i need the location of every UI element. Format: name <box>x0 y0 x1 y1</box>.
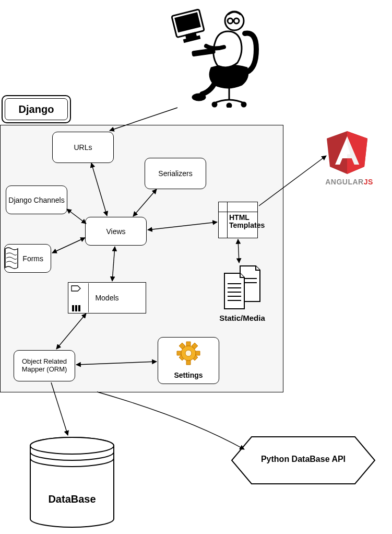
static-media-icon <box>219 264 261 311</box>
angular-suffix: JS <box>364 178 373 186</box>
svg-point-26 <box>234 18 239 24</box>
html-templates-line1: HTML <box>229 213 250 222</box>
settings-label: Settings <box>174 371 203 379</box>
svg-point-28 <box>193 94 205 100</box>
svg-point-25 <box>228 18 233 24</box>
database-label: DataBase <box>41 493 103 505</box>
user-at-computer-icon <box>167 0 271 108</box>
orm-label: Object Related Mapper (ORM) <box>16 358 73 374</box>
django-label-box: Django <box>2 95 71 123</box>
python-api-label: Python DataBase API <box>244 455 362 464</box>
svg-point-35 <box>30 437 114 454</box>
channels-box: Django Channels <box>6 185 67 214</box>
views-box: Views <box>85 217 147 246</box>
html-templates-box: HTML Templates <box>218 202 258 238</box>
svg-point-23 <box>242 102 246 107</box>
svg-point-22 <box>227 103 231 108</box>
svg-point-21 <box>212 102 217 107</box>
svg-rect-2 <box>72 305 74 311</box>
svg-rect-4 <box>78 305 80 311</box>
svg-rect-3 <box>75 305 77 311</box>
database-cylinder-icon <box>28 436 116 530</box>
angular-label: ANGULARJS <box>307 178 391 186</box>
models-label: Models <box>95 294 118 302</box>
html-templates-line2: Templates <box>229 221 265 229</box>
urls-box: URLs <box>52 132 114 163</box>
svg-point-6 <box>185 350 192 356</box>
forms-page-icon <box>3 246 19 271</box>
angular-logo-icon <box>326 130 369 175</box>
channels-label: Django Channels <box>8 196 64 204</box>
angular-name: ANGULAR <box>325 178 364 186</box>
serializers-label: Serializers <box>158 169 192 178</box>
views-label: Views <box>106 227 125 236</box>
gear-icon <box>175 340 202 367</box>
urls-label: URLs <box>74 143 92 152</box>
forms-label: Forms <box>22 254 43 263</box>
django-label-text: Django <box>19 103 54 115</box>
orm-box: Object Related Mapper (ORM) <box>14 350 75 381</box>
models-icon <box>69 283 89 312</box>
serializers-box: Serializers <box>145 158 206 189</box>
static-media-label: Static/Media <box>216 314 268 322</box>
